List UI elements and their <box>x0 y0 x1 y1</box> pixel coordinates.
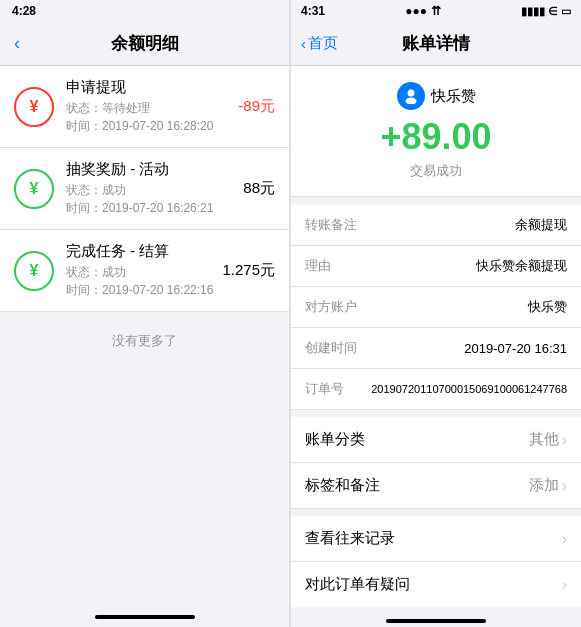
merchant-name: 快乐赞 <box>431 87 476 106</box>
detail-label-4: 订单号 <box>305 380 365 398</box>
detail-row-3: 创建时间 2019-07-20 16:31 <box>291 328 581 369</box>
amount-large: +89.00 <box>380 116 491 158</box>
table-row[interactable]: ¥ 抽奖奖励 - 活动 状态：成功 时间：2019-07-20 16:26:21… <box>0 148 289 230</box>
svg-point-0 <box>407 90 414 97</box>
divider-2 <box>291 509 581 516</box>
right-top-section: 快乐赞 +89.00 交易成功 <box>291 66 581 197</box>
back-label: 首页 <box>308 34 338 53</box>
wifi-icon: ⇈ <box>431 4 441 18</box>
tx-time-1: 时间：2019-07-20 16:28:20 <box>66 118 238 135</box>
right-section-2: 查看往来记录 › 对此订单有疑问 › <box>291 516 581 607</box>
status-icons: ▮▮▮▮ ∈ ▭ <box>521 5 571 18</box>
right-title: 账单详情 <box>402 32 470 55</box>
no-more-label: 没有更多了 <box>0 312 289 370</box>
detail-value-2: 快乐赞 <box>528 298 567 316</box>
section-value-1: 添加 › <box>529 476 567 495</box>
section-row-1[interactable]: 标签和备注 添加 › <box>291 463 581 509</box>
detail-row-1: 理由 快乐赞余额提现 <box>291 246 581 287</box>
detail-value-1: 快乐赞余额提现 <box>476 257 567 275</box>
detail-value-0: 余额提现 <box>515 216 567 234</box>
tx-name-2: 抽奖奖励 - 活动 <box>66 160 243 179</box>
right-details: 转账备注 余额提现 理由 快乐赞余额提现 对方账户 快乐赞 创建时间 2019-… <box>291 205 581 410</box>
tx-time-3: 时间：2019-07-20 16:22:16 <box>66 282 222 299</box>
svg-point-1 <box>405 98 416 105</box>
section-label-0: 账单分类 <box>305 430 365 449</box>
home-indicator-right <box>291 607 581 627</box>
status-bar-left: 4:28 <box>0 0 289 22</box>
tx-name-3: 完成任务 - 结算 <box>66 242 222 261</box>
detail-label-2: 对方账户 <box>305 298 365 316</box>
home-bar-right <box>386 619 486 623</box>
tx-status-1: 状态：等待处理 <box>66 100 238 117</box>
left-panel: 4:28 ‹ 余额明细 ¥ 申请提现 状态：等待处理 时间：2019-07-20… <box>0 0 289 627</box>
back-button-right[interactable]: ‹ 首页 <box>301 34 338 53</box>
action-label-1: 对此订单有疑问 <box>305 575 410 594</box>
tx-status-badge: 交易成功 <box>410 162 462 180</box>
right-panel: 4:31 ●●● ⇈ ▮▮▮▮ ∈ ▭ ‹ 首页 账单详情 <box>291 0 581 627</box>
tx-time-2: 时间：2019-07-20 16:26:21 <box>66 200 243 217</box>
action-label-0: 查看往来记录 <box>305 529 395 548</box>
section-label-1: 标签和备注 <box>305 476 380 495</box>
tx-amount-2: 88元 <box>243 179 275 198</box>
detail-label-0: 转账备注 <box>305 216 365 234</box>
detail-row-4: 订单号 20190720110700015069100061247768 <box>291 369 581 410</box>
tx-amount-1: -89元 <box>238 97 275 116</box>
chevron-icon-action-0: › <box>562 530 567 548</box>
tx-icon-2: ¥ <box>14 169 54 209</box>
time-left: 4:28 <box>12 4 36 18</box>
left-title: 余额明细 <box>111 32 179 55</box>
section-row-0[interactable]: 账单分类 其他 › <box>291 417 581 463</box>
table-row[interactable]: ¥ 申请提现 状态：等待处理 时间：2019-07-20 16:28:20 -8… <box>0 66 289 148</box>
right-scroll: 快乐赞 +89.00 交易成功 转账备注 余额提现 理由 快乐赞余额提现 对方账… <box>291 66 581 607</box>
left-content: ¥ 申请提现 状态：等待处理 时间：2019-07-20 16:28:20 -8… <box>0 66 289 607</box>
tx-icon-1: ¥ <box>14 87 54 127</box>
tx-amount-3: 1.275元 <box>222 261 275 280</box>
left-header: ‹ 余额明细 <box>0 22 289 66</box>
back-button-left[interactable]: ‹ <box>14 33 20 54</box>
chevron-icon-action-1: › <box>562 576 567 594</box>
table-row[interactable]: ¥ 完成任务 - 结算 状态：成功 时间：2019-07-20 16:22:16… <box>0 230 289 312</box>
back-chevron-icon: ‹ <box>301 35 306 52</box>
action-row-0[interactable]: 查看往来记录 › <box>291 516 581 562</box>
right-section-1: 账单分类 其他 › 标签和备注 添加 › <box>291 417 581 509</box>
section-value-0: 其他 › <box>529 430 567 449</box>
chevron-icon-1: › <box>562 477 567 495</box>
tx-status-2: 状态：成功 <box>66 182 243 199</box>
tx-info-2: 抽奖奖励 - 活动 状态：成功 时间：2019-07-20 16:26:21 <box>66 160 243 217</box>
action-row-1[interactable]: 对此订单有疑问 › <box>291 562 581 607</box>
detail-label-1: 理由 <box>305 257 365 275</box>
detail-row-2: 对方账户 快乐赞 <box>291 287 581 328</box>
amount-value: +89.00 <box>380 116 491 157</box>
battery-icon: ▭ <box>561 5 571 18</box>
divider-1 <box>291 410 581 417</box>
tx-status-3: 状态：成功 <box>66 264 222 281</box>
tx-info-3: 完成任务 - 结算 状态：成功 时间：2019-07-20 16:22:16 <box>66 242 222 299</box>
merchant-row: 快乐赞 <box>397 82 476 110</box>
signal-icon: ▮▮▮▮ <box>521 5 545 18</box>
home-bar-left <box>95 615 195 619</box>
tx-name-1: 申请提现 <box>66 78 238 97</box>
right-header: ‹ 首页 账单详情 <box>291 22 581 66</box>
tx-info-1: 申请提现 状态：等待处理 时间：2019-07-20 16:28:20 <box>66 78 238 135</box>
tx-icon-3: ¥ <box>14 251 54 291</box>
avatar <box>397 82 425 110</box>
wifi-status-icon: ∈ <box>548 5 558 18</box>
home-indicator-left <box>0 607 289 627</box>
detail-value-3: 2019-07-20 16:31 <box>464 341 567 356</box>
status-center: ●●● ⇈ <box>405 4 441 18</box>
detail-row-0: 转账备注 余额提现 <box>291 205 581 246</box>
carrier-icon: ●●● <box>405 4 427 18</box>
time-right: 4:31 <box>301 4 325 18</box>
detail-value-4: 20190720110700015069100061247768 <box>371 383 567 395</box>
person-icon <box>403 88 419 104</box>
detail-label-3: 创建时间 <box>305 339 365 357</box>
status-bar-right: 4:31 ●●● ⇈ ▮▮▮▮ ∈ ▭ <box>291 0 581 22</box>
chevron-icon-0: › <box>562 431 567 449</box>
